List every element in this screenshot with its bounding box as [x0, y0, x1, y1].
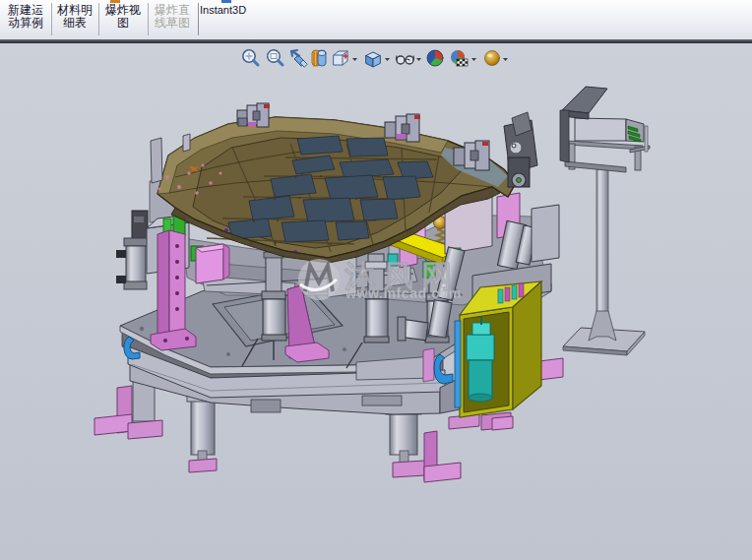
svg-text:www.mfcad.com: www.mfcad.com	[345, 285, 462, 301]
